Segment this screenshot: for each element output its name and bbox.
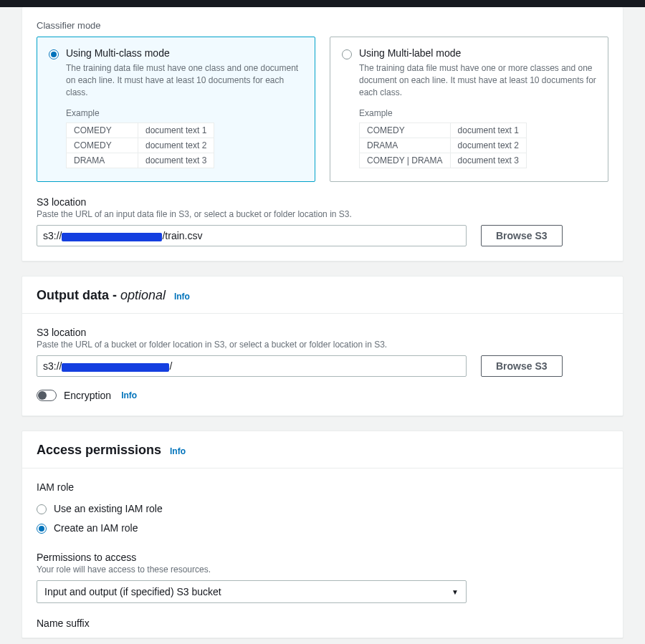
table-row: COMEDYdocument text 1 <box>67 123 214 138</box>
output-s3-hint: Paste the URL of a bucket or folder loca… <box>37 340 608 350</box>
chevron-down-icon: ▼ <box>452 588 459 596</box>
existing-iam-role-label: Use an existing IAM role <box>54 503 163 514</box>
output-s3-label: S3 location <box>37 327 608 338</box>
table-row: DRAMAdocument text 2 <box>360 138 527 153</box>
encryption-toggle[interactable] <box>37 390 57 401</box>
existing-iam-role-option[interactable]: Use an existing IAM role <box>37 499 608 518</box>
create-iam-role-option[interactable]: Create an IAM role <box>37 518 608 537</box>
access-info-link[interactable]: Info <box>170 446 186 456</box>
multi-label-title: Using Multi-label mode <box>359 47 461 59</box>
output-s3-field[interactable] <box>37 355 467 377</box>
permissions-label: Permissions to access <box>37 552 608 563</box>
multi-label-example-table: COMEDYdocument text 1 DRAMAdocument text… <box>359 122 527 168</box>
classifier-mode-panel: Classifier mode Using Multi-class mode T… <box>22 7 624 261</box>
multi-label-radio[interactable] <box>342 49 352 59</box>
multi-class-title: Using Multi-class mode <box>66 47 170 59</box>
multi-class-tile[interactable]: Using Multi-class mode The training data… <box>37 37 315 182</box>
create-iam-role-radio[interactable] <box>37 524 47 534</box>
name-suffix-label: Name suffix <box>37 617 608 629</box>
input-s3-label: S3 location <box>37 196 608 208</box>
multi-label-tile[interactable]: Using Multi-label mode The training data… <box>330 37 608 182</box>
multi-class-desc: The training data file must have one cla… <box>66 62 303 98</box>
encryption-info-link[interactable]: Info <box>121 390 137 400</box>
multi-class-radio[interactable] <box>49 49 59 59</box>
output-data-title: Output data - optional <box>37 288 166 302</box>
multi-label-desc: The training data file must have one or … <box>359 62 596 98</box>
permissions-hint: Your role will have access to these reso… <box>37 564 608 575</box>
encryption-label: Encryption <box>64 390 111 401</box>
multi-class-example-label: Example <box>66 108 303 118</box>
existing-iam-role-radio[interactable] <box>37 504 47 514</box>
input-browse-s3-button[interactable]: Browse S3 <box>481 225 563 246</box>
output-browse-s3-button[interactable]: Browse S3 <box>481 355 563 377</box>
table-row: COMEDYdocument text 1 <box>360 123 527 138</box>
input-s3-field[interactable] <box>37 225 467 246</box>
output-info-link[interactable]: Info <box>174 292 190 302</box>
top-nav-bar <box>0 0 645 7</box>
access-permissions-title: Access permissions <box>37 443 161 457</box>
permissions-select[interactable]: Input and output (if specified) S3 bucke… <box>37 580 467 603</box>
iam-role-label: IAM role <box>37 481 608 493</box>
multi-label-example-label: Example <box>359 108 596 118</box>
output-data-panel: Output data - optional Info S3 location … <box>22 276 624 416</box>
input-s3-hint: Paste the URL of an input data file in S… <box>37 209 608 219</box>
table-row: COMEDYdocument text 2 <box>67 138 214 153</box>
table-row: COMEDY | DRAMAdocument text 3 <box>360 153 527 168</box>
table-row: DRAMAdocument text 3 <box>67 153 214 168</box>
classifier-mode-heading: Classifier mode <box>37 20 608 31</box>
create-iam-role-label: Create an IAM role <box>54 522 138 534</box>
permissions-select-value: Input and output (if specified) S3 bucke… <box>44 586 221 597</box>
access-permissions-panel: Access permissions Info IAM role Use an … <box>22 431 624 638</box>
multi-class-example-table: COMEDYdocument text 1 COMEDYdocument tex… <box>66 122 214 168</box>
